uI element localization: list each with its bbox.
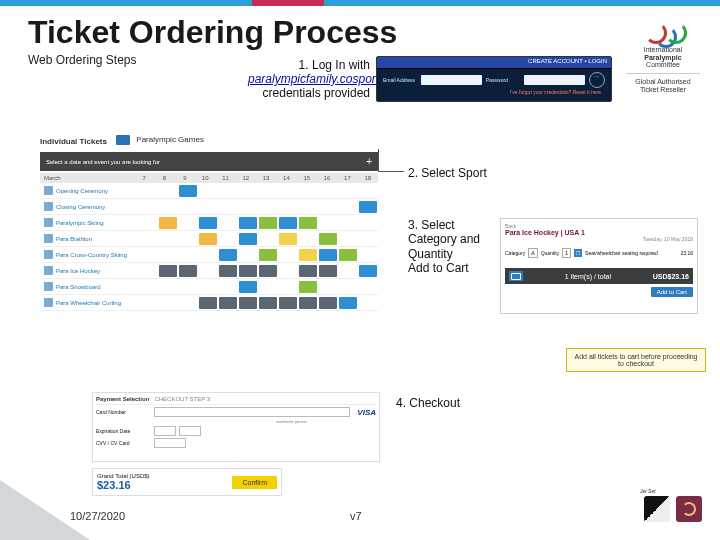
cat-hdr-seat: Seat/wheelchair seating required bbox=[585, 250, 677, 256]
availability-cell bbox=[319, 281, 337, 293]
login-forgot-link[interactable]: I've forgot your credentials? Reset it h… bbox=[377, 89, 611, 95]
availability-cell[interactable] bbox=[219, 297, 237, 309]
cart-icon[interactable] bbox=[509, 271, 523, 281]
email-field[interactable] bbox=[421, 75, 482, 85]
category-select[interactable]: A bbox=[528, 248, 537, 258]
step-1-prefix: 1. Log In with bbox=[299, 58, 370, 72]
availability-cell bbox=[159, 297, 177, 309]
confirm-button[interactable]: Confirm bbox=[232, 476, 277, 489]
card-number-field[interactable] bbox=[154, 407, 350, 417]
availability-cell[interactable] bbox=[319, 249, 337, 261]
quantity-select[interactable]: 1 bbox=[562, 248, 571, 258]
checkout-heading: Payment Selection bbox=[96, 396, 149, 402]
event-title: Para Ice Hockey | USA 1 bbox=[505, 229, 693, 236]
sport-label[interactable]: Para Snowboard bbox=[40, 279, 138, 294]
slide: Ticket Ordering Process Web Ordering Ste… bbox=[0, 0, 720, 540]
sport-icon bbox=[44, 218, 53, 227]
availability-cell bbox=[259, 185, 277, 197]
availability-cell[interactable] bbox=[239, 297, 257, 309]
connector-line bbox=[378, 149, 379, 171]
availability-cell[interactable] bbox=[239, 281, 257, 293]
availability-cell bbox=[159, 185, 177, 197]
availability-cell[interactable] bbox=[279, 233, 297, 245]
availability-cell[interactable] bbox=[159, 265, 177, 277]
availability-cell bbox=[199, 249, 217, 261]
availability-cell[interactable] bbox=[219, 265, 237, 277]
cosport-logo-icon bbox=[676, 496, 702, 522]
availability-cell[interactable] bbox=[259, 297, 277, 309]
availability-cell bbox=[359, 297, 377, 309]
availability-cell bbox=[139, 201, 157, 213]
sport-label[interactable]: Opening Ceremony bbox=[40, 183, 138, 198]
availability-cell[interactable] bbox=[299, 265, 317, 277]
availability-cell bbox=[279, 201, 297, 213]
availability-cell bbox=[219, 233, 237, 245]
sport-icon bbox=[44, 266, 53, 275]
login-header: CREATE ACCOUNT • LOGIN bbox=[377, 57, 611, 69]
availability-cell bbox=[359, 185, 377, 197]
availability-cell[interactable] bbox=[259, 265, 277, 277]
ipc-name-2: Paralympic bbox=[644, 54, 681, 61]
password-field[interactable] bbox=[524, 75, 585, 85]
card-number-label: Card Number bbox=[96, 409, 151, 415]
expand-icon[interactable]: + bbox=[366, 156, 372, 167]
availability-cell[interactable] bbox=[159, 217, 177, 229]
availability-cell[interactable] bbox=[219, 249, 237, 261]
availability-cell bbox=[219, 185, 237, 197]
availability-cell bbox=[139, 185, 157, 197]
availability-cell bbox=[219, 201, 237, 213]
availability-cell bbox=[279, 249, 297, 261]
availability-cell[interactable] bbox=[299, 297, 317, 309]
login-submit-icon[interactable] bbox=[589, 72, 605, 88]
sport-label[interactable]: Para Biathlon bbox=[40, 231, 138, 246]
availability-cell[interactable] bbox=[319, 265, 337, 277]
sport-label[interactable]: Paralympic Skiing bbox=[40, 215, 138, 230]
grand-total-amount: $23.16 bbox=[97, 479, 150, 491]
availability-cell[interactable] bbox=[299, 249, 317, 261]
availability-cell bbox=[299, 185, 317, 197]
footer-date: 10/27/2020 bbox=[70, 510, 125, 522]
sport-label[interactable]: Para Cross-Country Skiing bbox=[40, 247, 138, 262]
availability-cell[interactable] bbox=[279, 297, 297, 309]
availability-cell[interactable] bbox=[259, 249, 277, 261]
availability-cell bbox=[139, 233, 157, 245]
availability-cell[interactable] bbox=[319, 233, 337, 245]
availability-cell[interactable] bbox=[299, 217, 317, 229]
filter-bar[interactable]: Select a date and event you are looking … bbox=[40, 152, 378, 171]
availability-cell[interactable] bbox=[239, 265, 257, 277]
availability-cell[interactable] bbox=[359, 201, 377, 213]
sport-row: Para Snowboard bbox=[40, 279, 378, 295]
availability-cell bbox=[199, 265, 217, 277]
sport-label[interactable]: Closing Ceremony bbox=[40, 199, 138, 214]
sport-icon bbox=[44, 202, 53, 211]
wheelchair-toggle[interactable]: ☐ bbox=[574, 249, 582, 257]
individual-tickets-tab[interactable]: Individual Tickets bbox=[40, 137, 107, 146]
availability-cell[interactable] bbox=[299, 281, 317, 293]
availability-cell[interactable] bbox=[259, 217, 277, 229]
sport-label[interactable]: Para Wheelchair Curling bbox=[40, 295, 138, 310]
availability-cell[interactable] bbox=[319, 297, 337, 309]
availability-cell[interactable] bbox=[179, 185, 197, 197]
sport-select-screenshot: Individual Tickets Paralympic Games Sele… bbox=[40, 130, 378, 311]
availability-cell[interactable] bbox=[199, 217, 217, 229]
ipc-name-3: Committee bbox=[624, 61, 702, 69]
games-label: Paralympic Games bbox=[136, 135, 204, 144]
availability-cell[interactable] bbox=[339, 297, 357, 309]
availability-cell bbox=[139, 249, 157, 261]
cat-hdr-quantity: Quantity bbox=[541, 250, 560, 256]
availability-cell[interactable] bbox=[179, 265, 197, 277]
availability-cell[interactable] bbox=[239, 233, 257, 245]
availability-cell[interactable] bbox=[199, 233, 217, 245]
exp-month[interactable] bbox=[154, 426, 176, 436]
availability-cell bbox=[179, 201, 197, 213]
exp-year[interactable] bbox=[179, 426, 201, 436]
availability-cell[interactable] bbox=[339, 249, 357, 261]
availability-cell bbox=[179, 249, 197, 261]
availability-cell[interactable] bbox=[239, 217, 257, 229]
sport-label[interactable]: Para Ice Hockey bbox=[40, 263, 138, 278]
availability-cell[interactable] bbox=[199, 297, 217, 309]
availability-cell[interactable] bbox=[359, 265, 377, 277]
add-to-cart-button[interactable]: Add to Cart bbox=[651, 287, 693, 297]
cvv-field[interactable] bbox=[154, 438, 186, 448]
availability-cell[interactable] bbox=[279, 217, 297, 229]
